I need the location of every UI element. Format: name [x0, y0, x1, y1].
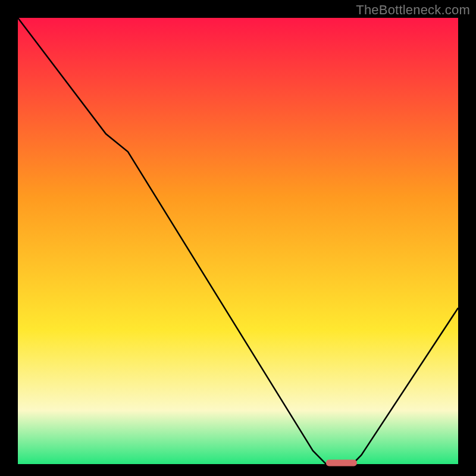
chart-svg: [0, 0, 476, 476]
plot-background: [18, 18, 458, 464]
watermark: TheBottleneck.com: [356, 2, 470, 18]
chart-frame: { "watermark": "TheBottleneck.com", "col…: [0, 0, 476, 476]
optimum-marker: [326, 460, 357, 466]
